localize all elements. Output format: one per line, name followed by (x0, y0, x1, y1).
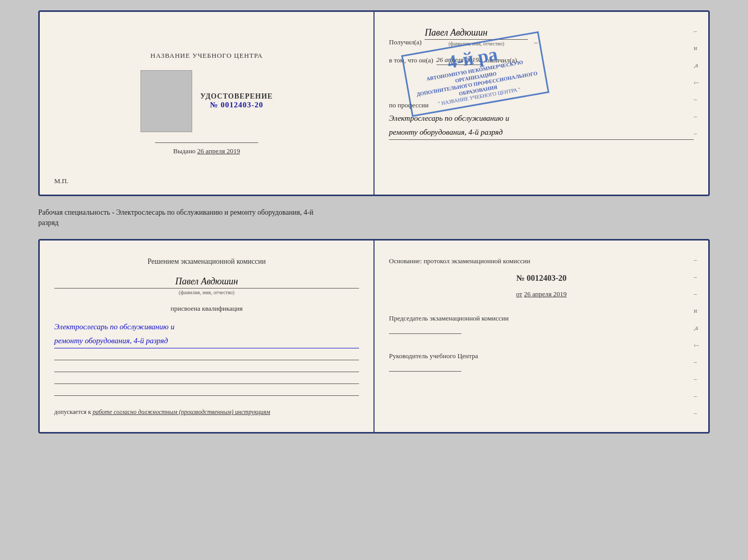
ot-date: от 26 апреля 2019 (389, 290, 694, 298)
mp-label: М.П. (54, 177, 68, 185)
qualification-text: Электрослесарь по обслуживанию и ремонту… (54, 320, 359, 348)
bottom-side-marks: – – – и ,а ‹– – – – – (694, 256, 699, 417)
top-document: НАЗВАНИЕ УЧЕБНОГО ЦЕНТРА УДОСТОВЕРЕНИЕ №… (38, 10, 710, 196)
protocol-number: № 0012403-20 (389, 274, 694, 283)
osnovanie-text: Основание: протокол экзаменационной коми… (389, 256, 694, 266)
udostoverenie-number: № 0012403-20 (200, 101, 273, 109)
rukovoditel-block: Руководитель учебного Центра (389, 351, 694, 372)
top-left-page: НАЗВАНИЕ УЧЕБНОГО ЦЕНТРА УДОСТОВЕРЕНИЕ №… (38, 10, 374, 196)
resheniem-title: Решением экзаменационной комиссии (54, 256, 359, 267)
poluchil-line: Получил(а) Павел Авдюшин (фамилия, имя, … (389, 27, 694, 46)
udostoverenie-title: УДОСТОВЕРЕНИЕ (200, 92, 273, 101)
vydano-line: Выдано 26 апреля 2019 (155, 147, 258, 155)
center-title: НАЗВАНИЕ УЧЕБНОГО ЦЕНТРА (150, 52, 262, 60)
bottom-left-page: Решением экзаменационной комиссии Павел … (38, 239, 374, 434)
rukovoditel-signature-line (389, 371, 461, 372)
bottom-right-page: Основание: протокол экзаменационной коми… (374, 239, 710, 434)
predsedatel-title: Председатель экзаменационной комиссии (389, 314, 694, 323)
extra-line-3 (54, 383, 359, 384)
side-marks: – и ,а ‹– – – – (694, 27, 699, 137)
person-name-bottom: Павел Авдюшин (54, 276, 359, 289)
rukovoditel-title: Руководитель учебного Центра (389, 351, 694, 361)
extra-line-2 (54, 372, 359, 372)
extra-line-1 (54, 360, 359, 360)
profession-text: Электрослесарь по обслуживанию и ремонту… (389, 111, 694, 140)
predsedatel-signature-line (389, 333, 461, 334)
photo-placeholder (141, 70, 192, 132)
prisvoena-text: присвоена квалификация (54, 305, 359, 313)
dopuskaetsya-text: допускается к работе согласно должностны… (54, 407, 359, 417)
bottom-document: Решением экзаменационной комиссии Павел … (38, 239, 710, 434)
separator-text: Рабочая специальность - Электрослесарь п… (38, 204, 710, 231)
predsedatel-block: Председатель экзаменационной комиссии (389, 314, 694, 334)
extra-line-4 (54, 395, 359, 396)
udostoverenie-block: УДОСТОВЕРЕНИЕ № 0012403-20 (200, 92, 273, 109)
top-right-page: Получил(а) Павел Авдюшин (фамилия, имя, … (374, 10, 710, 196)
